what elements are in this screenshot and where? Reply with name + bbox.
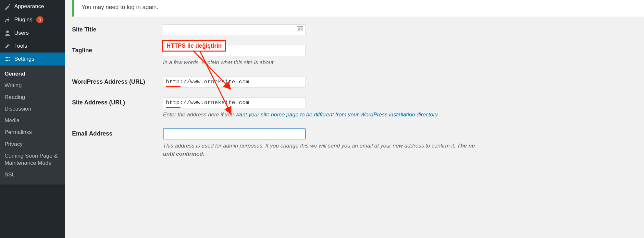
sidebar-item-appearance[interactable]: Appearance xyxy=(0,0,65,13)
sidebar-item-label: Appearance xyxy=(14,3,44,10)
annotation-callout: HTTPS ile değiştirin xyxy=(162,40,226,52)
sidebar-sub-coming-soon[interactable]: Coming Soon Page & Maintenance Mode xyxy=(0,150,65,169)
email-address-input[interactable] xyxy=(163,128,306,139)
svg-point-1 xyxy=(298,28,300,29)
plugins-icon xyxy=(4,17,11,23)
sidebar-sub-general[interactable]: General xyxy=(0,68,65,80)
sidebar-sub-reading[interactable]: Reading xyxy=(0,91,65,103)
site-address-description: Enter the address here if you want your … xyxy=(163,111,507,119)
tagline-label: Tagline xyxy=(72,45,163,67)
sidebar-item-users[interactable]: Users xyxy=(0,27,65,40)
site-title-label: Site Title xyxy=(72,24,163,35)
sidebar-sub-permalinks[interactable]: Permalinks xyxy=(0,126,65,138)
users-icon xyxy=(4,30,11,36)
sidebar-item-label: Users xyxy=(14,30,29,36)
appearance-icon xyxy=(4,3,11,10)
sidebar-item-settings[interactable]: Settings xyxy=(0,53,65,65)
sidebar-sub-discussion[interactable]: Discussion xyxy=(0,103,65,115)
sidebar-sub-ssl[interactable]: SSL xyxy=(0,169,65,181)
annotation-underline-icon xyxy=(166,86,180,87)
wp-address-label: WordPress Address (URL) xyxy=(72,77,163,88)
annotation-underline-icon xyxy=(166,107,180,108)
settings-submenu: General Writing Reading Discussion Media… xyxy=(0,65,65,184)
sidebar-item-tools[interactable]: Tools xyxy=(0,40,65,53)
settings-general-content: You may need to log in again. Site Title… xyxy=(65,0,644,238)
sidebar-sub-privacy[interactable]: Privacy xyxy=(0,138,65,150)
site-title-input[interactable] xyxy=(163,24,306,35)
sidebar-item-plugins[interactable]: Plugins 3 xyxy=(0,13,65,27)
tools-icon xyxy=(4,43,11,49)
contact-card-icon xyxy=(297,26,303,34)
sidebar-item-label: Settings xyxy=(14,56,34,62)
wp-address-input[interactable] xyxy=(163,77,306,88)
email-address-description: This address is used for admin purposes.… xyxy=(163,142,507,158)
admin-sidebar: Appearance Plugins 3 Users Tools Setti xyxy=(0,0,65,238)
install-directory-link[interactable]: want your site home page to be different… xyxy=(235,112,437,118)
success-notice: You may need to log in again. xyxy=(72,0,644,17)
sidebar-sub-writing[interactable]: Writing xyxy=(0,80,65,91)
notice-text: You may need to log in again. xyxy=(81,4,158,10)
sidebar-item-label: Tools xyxy=(14,43,27,49)
plugins-update-badge: 3 xyxy=(36,16,43,23)
settings-icon xyxy=(4,56,11,62)
sidebar-sub-media[interactable]: Media xyxy=(0,115,65,126)
tagline-description: In a few words, explain what this site i… xyxy=(163,59,507,67)
email-address-label: Email Address xyxy=(72,128,163,158)
site-address-label: Site Address (URL) xyxy=(72,97,163,119)
site-address-input[interactable] xyxy=(163,97,306,108)
sidebar-item-label: Plugins xyxy=(14,17,32,23)
